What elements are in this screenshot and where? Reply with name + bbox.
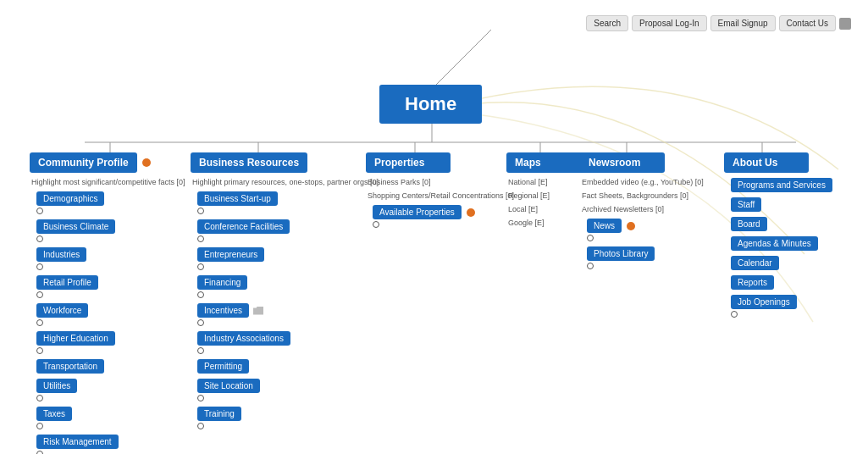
training-dot[interactable]	[197, 423, 204, 429]
workforce-button[interactable]: Workforce	[36, 303, 88, 318]
permitting-button[interactable]: Permitting	[197, 359, 249, 374]
retail-profile-item: Retail Profile	[30, 275, 98, 298]
business-resources-note: Highlight primary resources, one-stops, …	[192, 178, 379, 186]
incentives-dot[interactable]	[197, 319, 204, 326]
properties-column: Properties Business Parks [0] Shopping C…	[366, 152, 514, 228]
email-signup-button[interactable]: Email Signup	[710, 15, 776, 31]
calendar-button[interactable]: Calendar	[731, 256, 779, 270]
about-us-header[interactable]: About Us	[724, 152, 809, 173]
risk-management-button[interactable]: Risk Management	[36, 435, 119, 449]
workforce-dot[interactable]	[36, 319, 43, 326]
industry-associations-button[interactable]: Industry Associations	[197, 331, 290, 346]
conference-facilities-item: Conference Facilities	[191, 219, 290, 242]
maps-header[interactable]: Maps	[506, 152, 591, 173]
calendar-item: Calendar	[724, 256, 779, 270]
business-climate-button[interactable]: Business Climate	[36, 219, 115, 234]
conference-facilities-dot[interactable]	[197, 235, 204, 242]
demographics-button[interactable]: Demographics	[36, 191, 104, 206]
community-profile-header[interactable]: Community Profile	[30, 152, 137, 173]
taxes-dot[interactable]	[36, 423, 43, 429]
photos-library-button[interactable]: Photos Library	[587, 246, 655, 261]
industry-associations-item: Industry Associations	[191, 331, 290, 354]
industries-dot[interactable]	[36, 263, 43, 270]
business-resources-header[interactable]: Business Resources	[191, 152, 307, 173]
higher-education-button[interactable]: Higher Education	[36, 331, 115, 346]
board-button[interactable]: Board	[731, 217, 767, 231]
newsroom-column: Newsroom Embedded video (e.g., YouTube) …	[580, 152, 704, 269]
newsroom-note3: Archived Newsletters [0]	[582, 205, 664, 213]
conference-facilities-button[interactable]: Conference Facilities	[197, 219, 290, 234]
nav-icon	[839, 18, 851, 30]
industries-item: Industries	[30, 247, 86, 270]
agendas-minutes-button[interactable]: Agendas & Minutes	[731, 236, 818, 251]
utilities-button[interactable]: Utilities	[36, 379, 77, 393]
business-climate-dot[interactable]	[36, 235, 43, 242]
utilities-item: Utilities	[30, 379, 77, 401]
industry-associations-dot[interactable]	[197, 347, 204, 354]
incentives-folder-icon	[253, 307, 263, 315]
risk-management-dot[interactable]	[36, 451, 43, 454]
entrepreneurs-dot[interactable]	[197, 263, 204, 270]
home-node[interactable]: Home	[379, 85, 482, 124]
programs-services-item: Programs and Services	[724, 178, 832, 192]
photos-library-item: Photos Library	[580, 246, 655, 269]
search-button[interactable]: Search	[586, 15, 628, 31]
reports-item: Reports	[724, 275, 774, 290]
maps-note4: Google [E]	[508, 219, 545, 227]
business-resources-column: Business Resources Highlight primary res…	[191, 152, 379, 429]
transportation-item: Transportation	[30, 359, 104, 374]
incentives-button[interactable]: Incentives	[197, 303, 249, 318]
top-navigation: Search Proposal Log-In Email Signup Cont…	[586, 15, 851, 31]
business-startup-button[interactable]: Business Start-up	[197, 191, 278, 206]
maps-note1: National [E]	[508, 178, 548, 186]
newsroom-note2: Fact Sheets, Backgrounders [0]	[582, 191, 688, 200]
properties-header[interactable]: Properties	[366, 152, 451, 173]
board-item: Board	[724, 217, 767, 231]
available-properties-button[interactable]: Available Properties	[373, 205, 462, 219]
transportation-button[interactable]: Transportation	[36, 359, 104, 374]
site-location-item: Site Location	[191, 379, 260, 401]
training-item: Training	[191, 407, 241, 429]
contact-us-button[interactable]: Contact Us	[779, 15, 836, 31]
site-location-button[interactable]: Site Location	[197, 379, 260, 393]
financing-button[interactable]: Financing	[197, 275, 247, 290]
reports-button[interactable]: Reports	[731, 275, 774, 290]
retail-profile-button[interactable]: Retail Profile	[36, 275, 98, 290]
maps-note2: Regional [E]	[508, 191, 550, 200]
available-properties-dot[interactable]	[373, 221, 379, 228]
permitting-item: Permitting	[191, 359, 249, 374]
job-openings-dot[interactable]	[731, 311, 738, 318]
training-button[interactable]: Training	[197, 407, 241, 421]
workforce-item: Workforce	[30, 303, 88, 326]
business-startup-dot[interactable]	[197, 208, 204, 214]
financing-item: Financing	[191, 275, 247, 298]
financing-dot[interactable]	[197, 291, 204, 298]
entrepreneurs-button[interactable]: Entrepreneurs	[197, 247, 264, 262]
demographics-item: Demographics	[30, 191, 104, 214]
site-location-dot[interactable]	[197, 395, 204, 401]
photos-library-dot[interactable]	[587, 263, 594, 269]
svg-line-8	[436, 30, 491, 85]
news-dot[interactable]	[587, 235, 594, 241]
newsroom-header[interactable]: Newsroom	[580, 152, 665, 173]
programs-services-button[interactable]: Programs and Services	[731, 178, 832, 192]
staff-button[interactable]: Staff	[731, 197, 761, 212]
news-orange-dot	[627, 222, 635, 230]
higher-education-item: Higher Education	[30, 331, 115, 354]
demographics-dot[interactable]	[36, 208, 43, 214]
retail-profile-dot[interactable]	[36, 291, 43, 298]
news-button[interactable]: News	[587, 219, 622, 233]
risk-management-item: Risk Management	[30, 435, 119, 454]
agendas-minutes-item: Agendas & Minutes	[724, 236, 818, 251]
community-profile-column: Community Profile Highlight most signifi…	[30, 152, 185, 454]
news-item: News	[580, 219, 635, 241]
about-us-column: About Us Programs and Services Staff Boa…	[724, 152, 832, 318]
available-properties-item: Available Properties	[366, 205, 475, 228]
higher-education-dot[interactable]	[36, 347, 43, 354]
taxes-button[interactable]: Taxes	[36, 407, 72, 421]
industries-button[interactable]: Industries	[36, 247, 86, 262]
proposal-login-button[interactable]: Proposal Log-In	[632, 15, 707, 31]
properties-note2: Shopping Centers/Retail Concentrations […	[368, 191, 514, 200]
utilities-dot[interactable]	[36, 395, 43, 401]
job-openings-button[interactable]: Job Openings	[731, 295, 797, 309]
